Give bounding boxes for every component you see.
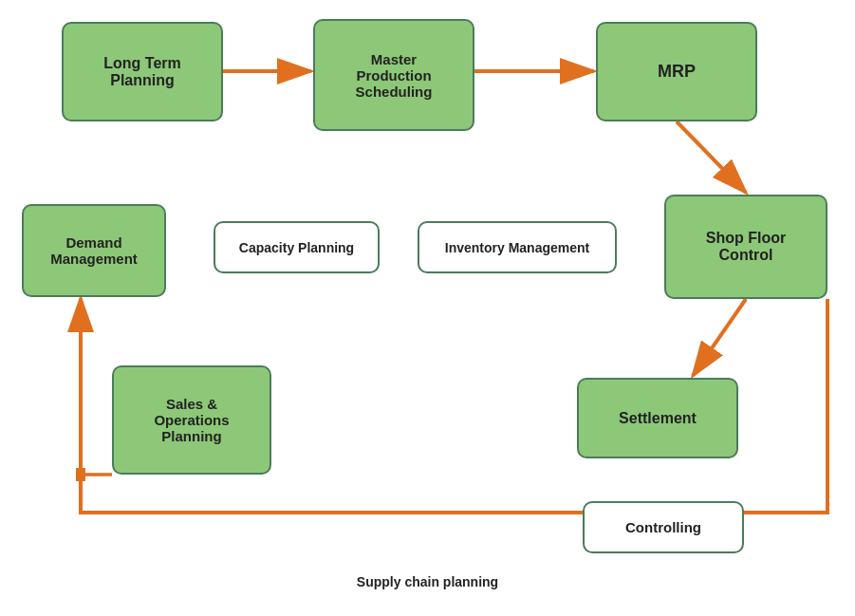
inventory-management-node: Inventory Management [418, 221, 617, 273]
diagram-container: Long Term Planning Master Production Sch… [0, 0, 855, 616]
capacity-planning-node: Capacity Planning [214, 221, 380, 273]
settlement-label: Settlement [619, 410, 697, 427]
master-production-scheduling-label: Master Production Scheduling [356, 51, 433, 100]
svg-rect-8 [76, 468, 85, 481]
sales-operations-planning-label: Sales & Operations Planning [154, 396, 229, 444]
controlling-label: Controlling [625, 519, 701, 535]
mrp-label: MRP [658, 62, 696, 82]
demand-management-label: Demand Management [50, 234, 138, 267]
shop-floor-control-label: Shop Floor Control [706, 230, 786, 264]
inventory-management-label: Inventory Management [445, 240, 589, 255]
long-term-planning-node: Long Term Planning [62, 22, 223, 121]
controlling-node: Controlling [583, 501, 744, 553]
shop-floor-control-node: Shop Floor Control [664, 195, 827, 299]
settlement-node: Settlement [577, 378, 738, 458]
long-term-planning-label: Long Term Planning [103, 55, 180, 89]
footer-label: Supply chain planning [357, 574, 498, 589]
sales-operations-planning-node: Sales & Operations Planning [112, 365, 271, 475]
svg-line-4 [677, 121, 746, 193]
mrp-node: MRP [596, 22, 757, 121]
master-production-scheduling-node: Master Production Scheduling [313, 19, 474, 131]
capacity-planning-label: Capacity Planning [239, 240, 354, 255]
demand-management-node: Demand Management [22, 204, 166, 297]
svg-line-5 [693, 299, 746, 376]
